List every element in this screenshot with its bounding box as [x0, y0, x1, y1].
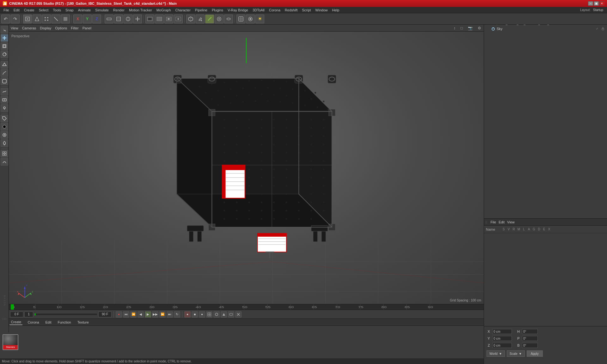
menu-help[interactable]: Help: [330, 8, 341, 13]
menu-script[interactable]: Script: [300, 8, 313, 13]
frame-end-input[interactable]: [98, 312, 112, 317]
mat-tab-texture[interactable]: Texture: [76, 320, 90, 325]
playback-btn-6[interactable]: [221, 311, 227, 318]
spline2-tool[interactable]: [1, 158, 8, 166]
viewport-menu-cameras[interactable]: Cameras: [22, 26, 36, 30]
tool-btn-1[interactable]: [105, 15, 113, 23]
grid-tool[interactable]: [1, 150, 8, 157]
display-settings-btn[interactable]: [246, 15, 255, 23]
point-mode-button[interactable]: [42, 15, 51, 23]
spline-tool[interactable]: [1, 69, 8, 77]
axis-y-button[interactable]: Y: [83, 15, 92, 23]
menu-file[interactable]: File: [1, 8, 11, 13]
poly-mode-button[interactable]: [61, 15, 70, 23]
transport-loop[interactable]: ↻: [174, 311, 180, 318]
undo-button[interactable]: ↶: [1, 15, 10, 23]
viewport-expand-icon[interactable]: ↕: [454, 26, 456, 30]
menu-render[interactable]: Render: [111, 8, 127, 13]
tool-btn-6[interactable]: [224, 15, 233, 23]
camera-tool[interactable]: [1, 96, 8, 104]
knife-button[interactable]: [205, 15, 214, 23]
sculpt-tool[interactable]: [1, 139, 8, 147]
viewport-menu-view[interactable]: View: [11, 26, 18, 30]
apply-button[interactable]: Apply: [527, 350, 543, 357]
scale-button[interactable]: Scale ▼: [507, 350, 525, 357]
viewport[interactable]: View Cameras Display Options Filter Pane…: [9, 25, 484, 304]
menu-animate[interactable]: Animate: [76, 8, 93, 13]
coord-z-pos[interactable]: 0 cm: [492, 343, 512, 348]
axis-x-button[interactable]: X: [73, 15, 82, 23]
attr-view[interactable]: View: [507, 220, 515, 224]
menu-window[interactable]: Window: [313, 8, 330, 13]
playback-btn-1[interactable]: ●: [184, 311, 191, 318]
coord-y-pos[interactable]: 0 cm: [492, 336, 512, 341]
mat-tab-corona[interactable]: Corona: [26, 320, 40, 325]
rotate-tool[interactable]: [1, 51, 8, 58]
attr-edit[interactable]: Edit: [499, 220, 505, 224]
menu-plugins[interactable]: Plugins: [210, 8, 225, 13]
tool-btn-2[interactable]: [114, 15, 123, 23]
tool-btn-5[interactable]: [215, 15, 224, 23]
light-button[interactable]: ☀: [255, 15, 264, 23]
render-settings-button[interactable]: [174, 15, 183, 23]
tool-btn-3[interactable]: [124, 15, 132, 23]
playback-btn-4[interactable]: [206, 311, 212, 318]
nurbs-tool[interactable]: [1, 77, 8, 85]
move-tool[interactable]: [1, 34, 8, 42]
paint-button[interactable]: [196, 15, 205, 23]
transport-play-rev[interactable]: ◀: [138, 311, 144, 318]
object-item-sky[interactable]: Sky ✓: [485, 26, 606, 32]
playhead[interactable]: [11, 304, 14, 310]
playback-btn-8[interactable]: [235, 311, 242, 318]
transport-play-fwd[interactable]: ▶▶: [152, 311, 158, 318]
primitive-tool[interactable]: [1, 61, 8, 69]
menu-create[interactable]: Create: [22, 8, 37, 13]
menu-snap[interactable]: Snap: [63, 8, 76, 13]
playback-btn-5[interactable]: [213, 311, 220, 318]
fps-input[interactable]: [24, 312, 33, 317]
tag-tool[interactable]: [1, 115, 8, 122]
transport-first[interactable]: ⏮: [123, 311, 129, 318]
playback-btn-7[interactable]: [228, 311, 234, 318]
render-view-button[interactable]: [155, 15, 164, 23]
material-swatch-stainless[interactable]: Stainles: [3, 334, 18, 350]
close-button[interactable]: ✕: [599, 1, 604, 6]
menu-3dtoall[interactable]: 3DToAll: [250, 8, 267, 13]
menu-edit[interactable]: Edit: [11, 8, 22, 13]
mat-tab-create[interactable]: Create: [9, 319, 22, 325]
viewport-maximize-icon[interactable]: □: [461, 26, 463, 30]
light-tool[interactable]: [1, 104, 8, 112]
menu-tools[interactable]: Tools: [51, 8, 63, 13]
transport-prev-key[interactable]: ⏪: [130, 311, 137, 318]
viewport-canvas[interactable]: Perspective Grid Spacing : 100 cm X Z Y: [9, 32, 484, 304]
menu-simulate[interactable]: Simulate: [93, 8, 111, 13]
sky-lock-btn[interactable]: [601, 27, 605, 31]
viewport-camera-icon[interactable]: 📷: [468, 26, 473, 30]
sky-vis-btn[interactable]: ✓: [595, 27, 599, 31]
select-tool[interactable]: [1, 26, 8, 33]
viewport-menu-options[interactable]: Options: [55, 26, 67, 30]
transport-next-key[interactable]: ⏩: [159, 311, 166, 318]
attr-file[interactable]: File: [490, 220, 496, 224]
playback-btn-3[interactable]: ●: [199, 311, 205, 318]
material-tool[interactable]: [1, 123, 8, 130]
deformer-tool[interactable]: [1, 88, 8, 95]
viewport-shading-btn[interactable]: [236, 15, 245, 23]
menu-mograph[interactable]: MoGraph: [154, 8, 173, 13]
frame-scrubber[interactable]: [34, 313, 97, 316]
menu-corona[interactable]: Corona: [267, 8, 283, 13]
coord-h-val[interactable]: 0°: [522, 329, 538, 334]
viewport-settings-icon[interactable]: ⚙: [478, 26, 481, 30]
viewport-menu-display[interactable]: Display: [40, 26, 51, 30]
brush-tool[interactable]: [1, 131, 8, 139]
transport-record[interactable]: ●: [116, 311, 122, 318]
mat-tab-edit[interactable]: Edit: [44, 320, 53, 325]
menu-vraybridge[interactable]: V-Ray Bridge: [225, 8, 250, 13]
menu-pipeline[interactable]: Pipeline: [193, 8, 210, 13]
coord-p-val[interactable]: 0°: [522, 336, 538, 341]
world-button[interactable]: World ▼: [487, 350, 505, 357]
transport-last[interactable]: ⏭: [167, 311, 173, 318]
menu-redshift[interactable]: Redshift: [283, 8, 300, 13]
playback-btn-2[interactable]: ■: [192, 311, 198, 318]
frame-start-input[interactable]: [10, 312, 23, 317]
